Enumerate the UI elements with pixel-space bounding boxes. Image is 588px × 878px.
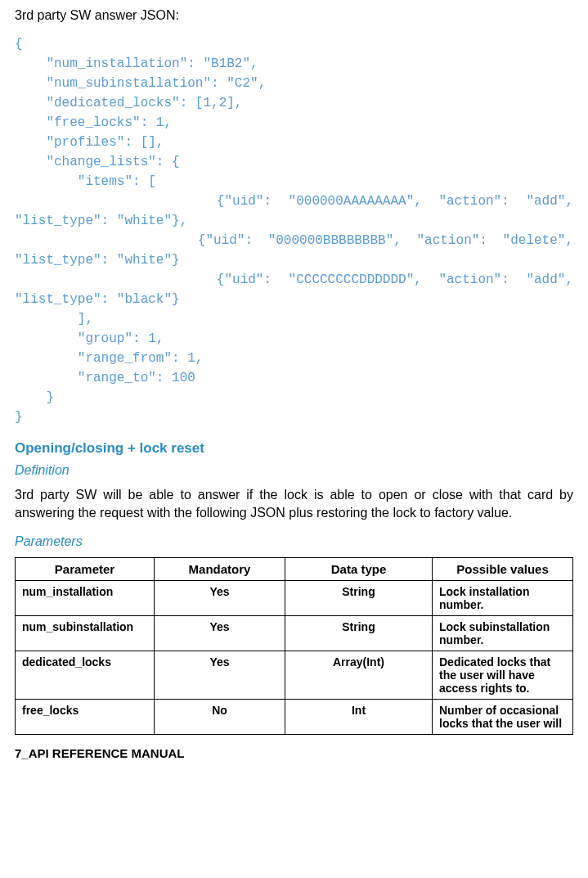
page-footer: 7_API REFERENCE MANUAL	[15, 746, 573, 760]
cell-datatype: Array(Int)	[285, 651, 433, 699]
cell-datatype: String	[285, 580, 433, 615]
header-datatype: Data type	[285, 557, 433, 580]
cell-datatype: String	[285, 615, 433, 651]
code-line: "num_subinstallation": "C2",	[15, 74, 573, 93]
code-line: "items": [	[15, 172, 573, 191]
cell-parameter: num_subinstallation	[16, 615, 155, 651]
cell-values: Lock subinstallation number.	[433, 615, 573, 651]
code-line: "range_from": 1,	[15, 349, 573, 368]
header-mandatory: Mandatory	[155, 557, 285, 580]
parameters-label: Parameters	[15, 534, 573, 549]
table-header-row: Parameter Mandatory Data type Possible v…	[16, 557, 573, 580]
code-line: "num_installation": "B1B2",	[15, 54, 573, 74]
cell-values: Number of occasional locks that the user…	[433, 699, 573, 734]
definition-label: Definition	[15, 463, 573, 478]
code-line: "list_type": "white"},	[15, 211, 573, 231]
code-line: "group": 1,	[15, 329, 573, 349]
cell-datatype: Int	[285, 699, 433, 734]
code-line: {"uid": "000000BBBBBBBB", "action": "del…	[15, 231, 573, 250]
cell-mandatory: Yes	[155, 580, 285, 615]
table-row: dedicated_locksYesArray(Int)Dedicated lo…	[16, 651, 573, 699]
code-line: {"uid": "000000AAAAAAAA", "action": "add…	[15, 191, 573, 211]
code-line: {	[15, 34, 573, 54]
table-row: free_locksNoIntNumber of occasional lock…	[16, 699, 573, 734]
code-line: "list_type": "white"}	[15, 250, 573, 270]
cell-values: Lock installation number.	[433, 580, 573, 615]
cell-parameter: num_installation	[16, 580, 155, 615]
header-values: Possible values	[433, 557, 573, 580]
code-line: "change_lists": {	[15, 152, 573, 172]
cell-parameter: dedicated_locks	[16, 651, 155, 699]
cell-values: Dedicated locks that the user will have …	[433, 651, 573, 699]
cell-mandatory: Yes	[155, 615, 285, 651]
code-line: "dedicated_locks": [1,2],	[15, 93, 573, 113]
code-line: "list_type": "black"}	[15, 290, 573, 309]
code-line: "profiles": [],	[15, 133, 573, 152]
cell-parameter: free_locks	[16, 699, 155, 734]
code-line: ],	[15, 309, 573, 329]
table-row: num_installationYesStringLock installati…	[16, 580, 573, 615]
intro-title: 3rd party SW answer JSON:	[15, 8, 573, 23]
cell-mandatory: Yes	[155, 651, 285, 699]
header-parameter: Parameter	[16, 557, 155, 580]
code-line: }	[15, 407, 573, 427]
table-row: num_subinstallationYesStringLock subinst…	[16, 615, 573, 651]
cell-mandatory: No	[155, 699, 285, 734]
code-line: {"uid": "CCCCCCCCDDDDDD", "action": "add…	[15, 270, 573, 290]
code-line: }	[15, 388, 573, 407]
definition-body: 3rd party SW will be able to answer if t…	[15, 486, 573, 523]
parameters-table: Parameter Mandatory Data type Possible v…	[15, 557, 573, 735]
json-code-block: { "num_installation": "B1B2", "num_subin…	[15, 34, 573, 427]
section-heading: Opening/closing + lock reset	[15, 440, 573, 457]
code-line: "range_to": 100	[15, 368, 573, 388]
code-line: "free_locks": 1,	[15, 113, 573, 133]
